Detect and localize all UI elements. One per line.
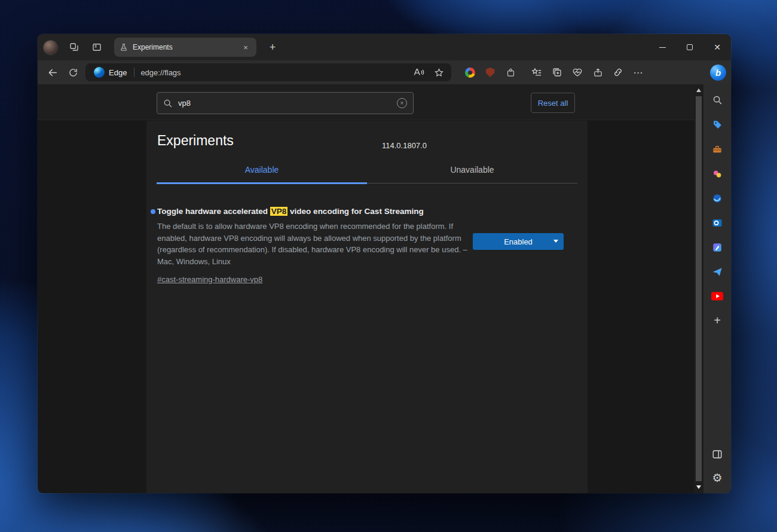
- scrollbar-thumb[interactable]: [696, 96, 702, 481]
- sidebar-microsoft-365-icon[interactable]: [709, 190, 726, 206]
- chevron-down-icon: [553, 240, 558, 243]
- browser-toolbar: Edge edge://flags: [38, 60, 731, 84]
- tab-unavailable[interactable]: Unavailable: [367, 165, 577, 183]
- sidebar-youtube-icon[interactable]: [709, 288, 726, 304]
- sidebar-drop-icon[interactable]: [709, 264, 726, 280]
- search-icon: [163, 99, 173, 108]
- sidebar-settings-gear-icon[interactable]: ⚙: [709, 470, 726, 486]
- window-content: × Reset all Experiments 114.0.1807.0 Ava…: [38, 84, 731, 493]
- edge-flags-page: × Reset all Experiments 114.0.1807.0 Ava…: [38, 84, 694, 493]
- edge-logo-icon: [94, 67, 105, 78]
- sidebar-add-app-icon[interactable]: +: [709, 313, 726, 329]
- flags-search-box[interactable]: ×: [157, 92, 414, 114]
- profile-avatar[interactable]: [44, 41, 57, 54]
- tab-title: Experiments: [133, 43, 235, 51]
- search-highlight: VP8: [270, 207, 288, 216]
- extension-colorful-icon[interactable]: [460, 63, 480, 82]
- reset-all-button[interactable]: Reset all: [531, 93, 575, 113]
- maximize-icon: [687, 44, 693, 50]
- sidebar-tools-icon[interactable]: [709, 141, 726, 157]
- refresh-button[interactable]: [63, 63, 83, 82]
- flags-tabs: Available Unavailable: [157, 165, 577, 184]
- flags-topbar: × Reset all: [38, 84, 694, 120]
- sidebar-designer-icon[interactable]: [709, 239, 726, 255]
- flag-dropdown[interactable]: Enabled: [473, 233, 564, 250]
- minimize-icon: [659, 47, 666, 48]
- close-button[interactable]: ✕: [703, 34, 731, 60]
- favorites-icon[interactable]: [527, 63, 547, 82]
- tab-strip: Experiments × + ✕: [38, 34, 731, 60]
- flask-icon: [120, 43, 128, 51]
- maximize-button[interactable]: [676, 34, 703, 60]
- minimize-button[interactable]: [648, 34, 676, 60]
- new-tab-button[interactable]: +: [264, 39, 281, 56]
- close-icon: ✕: [714, 43, 721, 51]
- site-badge-label: Edge: [109, 68, 127, 77]
- scrollbar-track[interactable]: [694, 94, 703, 483]
- ublock-extension-icon[interactable]: [480, 63, 500, 82]
- browser-version: 114.0.1807.0: [382, 141, 427, 150]
- tab-close-icon[interactable]: ×: [240, 42, 251, 53]
- tab-workspaces-icon[interactable]: [65, 38, 83, 56]
- tab-available[interactable]: Available: [157, 165, 367, 183]
- flag-dropdown-value: Enabled: [504, 237, 533, 246]
- bing-discover-icon[interactable]: b: [710, 65, 726, 81]
- browser-tab-experiments[interactable]: Experiments ×: [114, 38, 256, 57]
- sidebar-games-icon[interactable]: [709, 166, 726, 182]
- sidebar-shopping-icon[interactable]: [709, 117, 726, 133]
- sidebar-bottom-group: ⚙: [709, 446, 726, 486]
- flag-title: Toggle hardware accelerated VP8 video en…: [157, 207, 577, 216]
- flag-entry: Toggle hardware accelerated VP8 video en…: [157, 207, 577, 285]
- flag-description: The default is to allow hardware VP8 enc…: [157, 221, 470, 267]
- address-divider: [134, 68, 134, 77]
- browser-window: Experiments × + ✕ Edge edge://flags: [38, 34, 731, 493]
- collections-icon[interactable]: [547, 63, 567, 82]
- more-options-icon[interactable]: ⋯: [628, 63, 648, 82]
- clear-search-icon[interactable]: ×: [397, 98, 407, 108]
- sidebar-outlook-icon[interactable]: [709, 215, 726, 231]
- scroll-down-icon[interactable]: [694, 483, 703, 491]
- tab-actions-icon[interactable]: [88, 38, 106, 56]
- link-icon[interactable]: [608, 63, 628, 82]
- flag-bullet-icon: [151, 209, 155, 214]
- sidebar-search-icon[interactable]: [709, 92, 726, 108]
- page-scrollbar[interactable]: [694, 84, 703, 493]
- share-icon[interactable]: [588, 63, 608, 82]
- browser-essentials-icon[interactable]: [567, 63, 588, 82]
- url-text[interactable]: edge://flags: [140, 68, 408, 77]
- sidebar-panel-toggle-icon[interactable]: [709, 446, 726, 462]
- page-title: Experiments: [157, 133, 577, 149]
- extensions-puzzle-icon[interactable]: [500, 63, 521, 82]
- search-input[interactable]: [178, 99, 391, 108]
- read-aloud-icon[interactable]: [408, 63, 429, 82]
- back-button[interactable]: [42, 63, 63, 82]
- scroll-up-icon[interactable]: [694, 86, 703, 94]
- site-badge[interactable]: Edge: [90, 67, 130, 78]
- address-bar[interactable]: Edge edge://flags: [85, 63, 451, 81]
- flags-content-column: Experiments 114.0.1807.0 Available Unava…: [146, 121, 588, 493]
- window-controls: ✕: [648, 34, 731, 60]
- flag-permalink[interactable]: #cast-streaming-hardware-vp8: [157, 275, 262, 284]
- edge-sidebar: + ⚙: [703, 84, 731, 493]
- favorite-star-icon[interactable]: [429, 63, 449, 82]
